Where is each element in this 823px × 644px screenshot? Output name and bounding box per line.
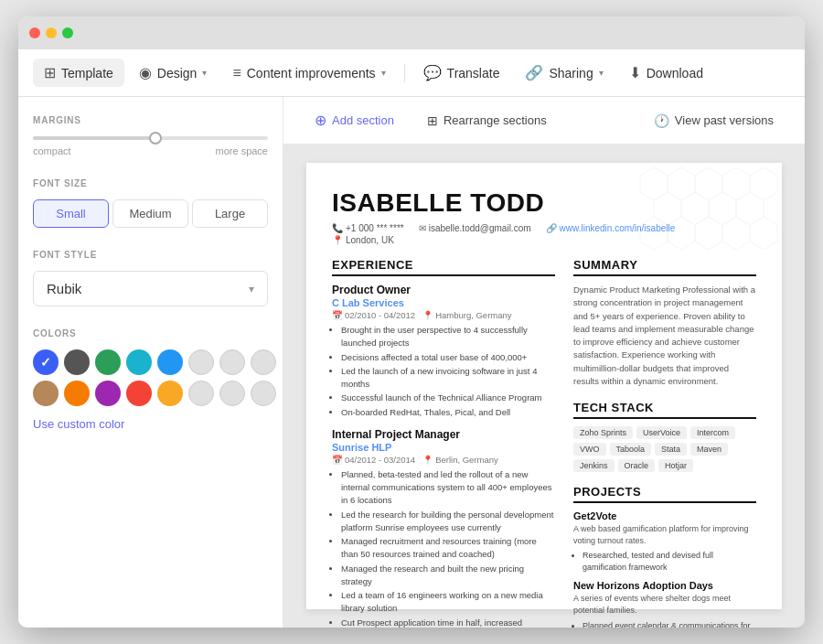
font-size-options: Small Medium Large <box>33 199 268 228</box>
nav-template[interactable]: ⊞ Template <box>33 59 124 87</box>
svg-marker-3 <box>722 167 750 200</box>
color-swatch-14[interactable] <box>188 381 214 406</box>
tech-tag-item: Jenkins <box>573 459 615 472</box>
nav-design-label: Design <box>157 66 198 80</box>
font-size-small[interactable]: Small <box>33 199 109 228</box>
color-swatch-12[interactable] <box>126 381 152 406</box>
compact-label: compact <box>33 145 71 156</box>
job-2: Internal Project Manager Sunrise HLP 📅 0… <box>332 428 555 628</box>
colors-section: COLORS <box>33 328 268 432</box>
nav-translate-label: Translate <box>447 66 500 80</box>
maximize-button[interactable] <box>62 27 73 38</box>
add-section-icon: ⊕ <box>315 112 326 129</box>
location-icon-2: 📍 <box>422 455 433 465</box>
tech-tag-item: Taboola <box>610 443 652 456</box>
font-select[interactable]: Rubik ▾ <box>33 271 268 306</box>
resume-paper: ISABELLE TODD 📞 +1 000 *** **** ✉ isabel… <box>306 163 782 609</box>
font-style-label: FONT STYLE <box>33 250 268 260</box>
color-swatch-13[interactable] <box>157 381 183 406</box>
use-custom-color-link[interactable]: Use custom color <box>33 417 124 431</box>
tech-tag-item: Stata <box>655 443 687 456</box>
color-swatch-7[interactable] <box>219 349 245 375</box>
project-1-bullets: Researched, tested and devised full gami… <box>573 550 756 573</box>
color-swatch-9[interactable] <box>33 381 59 406</box>
versions-button[interactable]: 🕐 View past versions <box>641 106 786 135</box>
project-1-desc: A web based gamification platform for im… <box>573 523 756 546</box>
minimize-button[interactable] <box>46 27 57 38</box>
bullet-item: Planned event calendar & communications … <box>583 620 756 628</box>
translate-icon: 💬 <box>423 64 442 81</box>
resume-right-col: SUMMARY Dynamic Product Marketing Profes… <box>573 258 756 628</box>
color-swatch-3[interactable] <box>95 349 121 375</box>
job-1-location: 📍 Hamburg, Germany <box>422 310 511 320</box>
svg-marker-5 <box>654 192 681 225</box>
project-2-desc: A series of events where shelter dogs me… <box>573 593 756 616</box>
bullet-item: On-boarded RedHat, Thales, Pical, and De… <box>341 406 555 419</box>
svg-marker-13 <box>750 217 777 250</box>
tech-tag-item: Oracle <box>618 459 656 472</box>
nav-divider-1 <box>404 64 405 82</box>
tech-tag-item: Intercom <box>690 426 735 439</box>
nav-translate[interactable]: 💬 Translate <box>412 59 511 87</box>
svg-marker-9 <box>640 217 668 250</box>
job-1-company: C Lab Services <box>332 297 555 308</box>
job-2-company: Sunrise HLP <box>332 442 555 453</box>
color-swatch-6[interactable] <box>188 349 214 375</box>
job-2-bullets: Planned, beta-tested and led the rollout… <box>332 468 555 628</box>
summary-title: SUMMARY <box>573 258 756 276</box>
font-size-large[interactable]: Large <box>192 199 268 228</box>
email-icon: ✉ <box>419 223 426 233</box>
phone-item: 📞 +1 000 *** **** <box>332 223 404 233</box>
margins-slider-fill <box>33 136 155 140</box>
bullet-item: Cut Prospect application time in half, i… <box>341 617 555 628</box>
project-1: Get2Vote A web based gamification platfo… <box>573 510 756 573</box>
margins-slider-track <box>33 136 268 140</box>
nav-design[interactable]: ◉ Design ▾ <box>128 59 219 87</box>
nav-content[interactable]: ≡ Content improvements ▾ <box>221 59 396 87</box>
main-content: MARGINS compact more space FONT SIZE Sma… <box>18 97 805 628</box>
color-swatch-11[interactable] <box>95 381 121 406</box>
nav-sharing[interactable]: 🔗 Sharing ▾ <box>514 59 614 87</box>
color-swatch-15[interactable] <box>219 381 245 406</box>
bullet-item: Led a team of 16 engineers working on a … <box>341 589 555 616</box>
color-swatch-10[interactable] <box>64 381 90 406</box>
close-button[interactable] <box>29 27 40 38</box>
margins-slider-thumb[interactable] <box>149 132 162 145</box>
job-2-dates: 📅 04/2012 - 03/2014 <box>332 455 415 465</box>
color-swatch-4[interactable] <box>126 349 152 375</box>
color-swatch-8[interactable] <box>251 349 276 375</box>
colors-label: COLORS <box>33 328 268 338</box>
tech-tag-item: Zoho Sprints <box>573 426 633 439</box>
rearrange-button[interactable]: ⊞ Rearrange sections <box>414 106 560 135</box>
resume-body: EXPERIENCE Product Owner C Lab Services … <box>332 258 756 628</box>
color-swatch-5[interactable] <box>157 349 183 375</box>
tech-tag-item: Maven <box>690 443 728 456</box>
left-panel: MARGINS compact more space FONT SIZE Sma… <box>18 97 283 628</box>
project-2-title: New Horizons Adoption Days <box>573 580 756 591</box>
nav-download[interactable]: ⬇ Download <box>618 59 714 87</box>
toolbar-right: 🕐 View past versions <box>641 106 786 135</box>
svg-marker-10 <box>668 217 695 250</box>
tech-tag-item: Hotjar <box>658 459 693 472</box>
email-value: isabelle.todd@gmail.com <box>429 223 531 233</box>
summary-text: Dynamic Product Marketing Professional w… <box>573 284 756 388</box>
sharing-icon: 🔗 <box>525 64 543 81</box>
job-1: Product Owner C Lab Services 📅 02/2010 -… <box>332 284 555 419</box>
color-swatch-2[interactable] <box>64 349 90 375</box>
font-size-section: FONT SIZE Small Medium Large <box>33 178 268 228</box>
color-swatch-16[interactable] <box>251 381 276 406</box>
add-section-button[interactable]: ⊕ Add section <box>302 104 407 136</box>
versions-icon: 🕐 <box>654 113 669 128</box>
bullet-item: Researched, tested and devised full gami… <box>583 550 756 573</box>
job-2-location: 📍 Berlin, Germany <box>422 455 498 465</box>
font-size-medium[interactable]: Medium <box>112 199 188 228</box>
slider-labels: compact more space <box>33 145 268 156</box>
color-swatch-1[interactable] <box>33 349 59 375</box>
nav-download-label: Download <box>647 66 703 80</box>
job-1-title: Product Owner <box>332 284 555 296</box>
more-space-label: more space <box>216 145 268 156</box>
phone-icon: 📞 <box>332 223 343 233</box>
svg-marker-7 <box>709 192 736 225</box>
font-style-section: FONT STYLE Rubik ▾ <box>33 250 268 306</box>
template-icon: ⊞ <box>44 64 56 81</box>
